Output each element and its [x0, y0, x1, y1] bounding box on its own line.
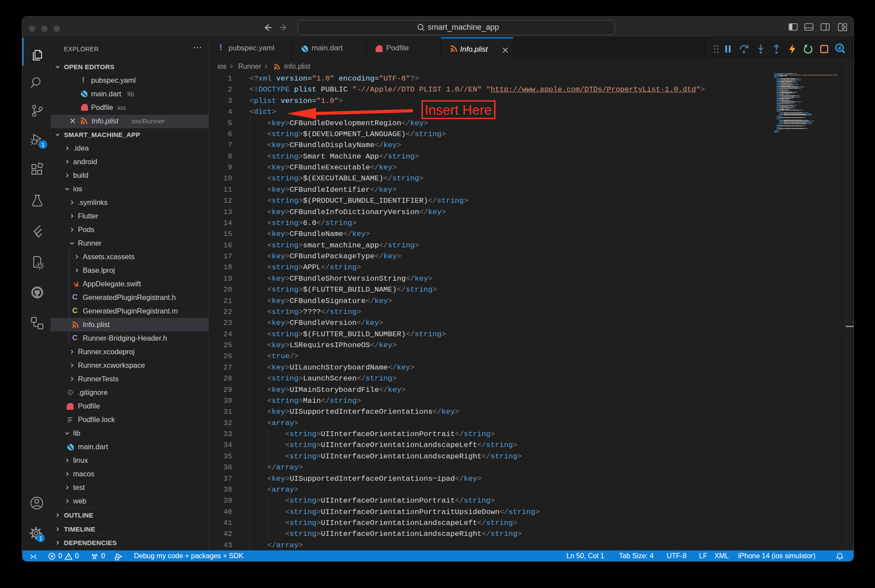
svg-text:1: 1	[41, 141, 44, 148]
svg-text:1: 1	[39, 535, 42, 542]
